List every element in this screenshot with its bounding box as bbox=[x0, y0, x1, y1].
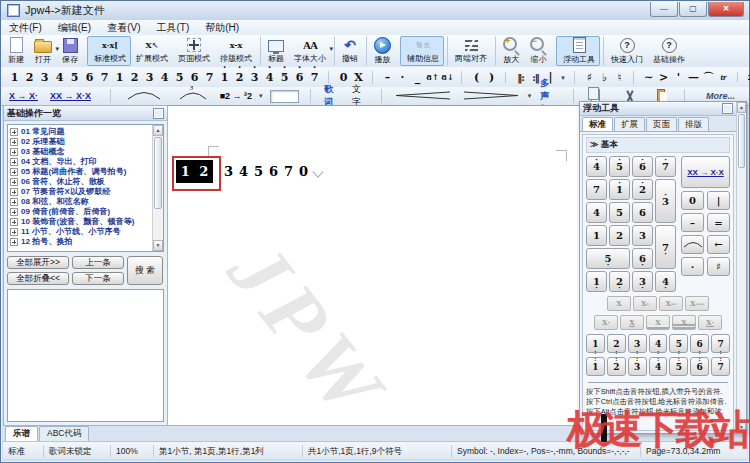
next-item-button[interactable]: 下一条 bbox=[72, 272, 124, 285]
maximize-button[interactable]: ▢ bbox=[679, 2, 707, 17]
note-key[interactable]: 2 bbox=[233, 71, 246, 84]
low-octave-key[interactable]: 3 bbox=[628, 334, 647, 353]
slur-button[interactable] bbox=[126, 91, 162, 102]
expand-plus-icon[interactable] bbox=[10, 138, 18, 146]
x-to-xdot-button[interactable]: X → X· bbox=[9, 91, 38, 101]
note-key[interactable]: 7 bbox=[308, 71, 321, 84]
note-key[interactable]: > bbox=[657, 71, 670, 84]
page-mode-button[interactable]: 页面模式 bbox=[173, 36, 215, 66]
note-key[interactable]: 7 bbox=[98, 71, 111, 84]
note-key[interactable]: 4 bbox=[586, 156, 607, 177]
note-key[interactable]: 7 bbox=[655, 225, 676, 269]
note-key[interactable]: ' bbox=[672, 71, 685, 84]
note-key[interactable]: 6 bbox=[293, 71, 306, 84]
menu-item[interactable]: 工具(T) bbox=[148, 21, 197, 35]
score-note[interactable]: 0 bbox=[296, 164, 311, 179]
note-key[interactable]: – bbox=[372, 71, 394, 84]
minimize-button[interactable]: — bbox=[650, 2, 678, 17]
open-button[interactable]: 打开 bbox=[29, 36, 57, 66]
expand-plus-icon[interactable] bbox=[10, 218, 18, 226]
low-octave-key[interactable]: 6 bbox=[690, 334, 709, 353]
score-note[interactable]: 6 bbox=[266, 164, 281, 179]
panel-tab[interactable]: 页面 bbox=[646, 117, 677, 131]
note-key[interactable]: 0 bbox=[328, 71, 350, 84]
note-key[interactable]: 5 bbox=[609, 202, 630, 223]
note-key[interactable]: 8↓ bbox=[441, 72, 454, 82]
menu-item[interactable]: 编辑(E) bbox=[50, 21, 99, 35]
double-dash-key[interactable]: = bbox=[707, 213, 730, 232]
value-formula-button[interactable]: ■2 → ²2 bbox=[220, 91, 252, 101]
scroll-thumb[interactable] bbox=[738, 114, 745, 168]
note-key[interactable]: 1 bbox=[218, 71, 231, 84]
play-button[interactable]: 播放 bbox=[366, 36, 396, 66]
note-key[interactable]: 6 bbox=[632, 156, 653, 177]
x-underline-key[interactable]: X bbox=[646, 315, 670, 330]
note-key[interactable]: 3 bbox=[655, 179, 676, 223]
font-size-button[interactable]: AA 字体大小 bbox=[289, 36, 331, 66]
search-button[interactable]: 搜 索 bbox=[127, 256, 163, 285]
chevron-down-icon[interactable]: ▾ bbox=[259, 92, 263, 100]
prev-item-button[interactable]: 上一条 bbox=[72, 256, 124, 269]
crescendo-button[interactable] bbox=[394, 91, 452, 102]
triplet-button[interactable]: 3 bbox=[178, 91, 208, 102]
note-key[interactable]: 4 bbox=[655, 271, 676, 292]
title-button[interactable]: 标题 bbox=[260, 36, 289, 66]
panel-tab[interactable]: 扩展 bbox=[614, 117, 645, 131]
expand-plus-icon[interactable] bbox=[10, 208, 18, 216]
menu-item[interactable]: 查看(V) bbox=[99, 21, 148, 35]
new-button[interactable]: 新建 bbox=[3, 36, 29, 66]
scroll-up-icon[interactable]: ▲ bbox=[737, 102, 746, 113]
standard-mode-button[interactable]: x·x[ 标准模式 bbox=[87, 36, 131, 66]
scroll-up-icon[interactable]: ▲ bbox=[153, 125, 163, 136]
x-underline-key[interactable]: X· bbox=[698, 315, 722, 330]
zoom-out-button[interactable]: 缩小 bbox=[525, 36, 552, 66]
backspace-key[interactable]: ← bbox=[707, 235, 730, 254]
note-key[interactable]: ( bbox=[461, 71, 483, 84]
note-key[interactable]: 2/4 bbox=[737, 72, 750, 82]
expand-plus-icon[interactable] bbox=[10, 188, 18, 196]
note-key[interactable]: 2 bbox=[128, 71, 141, 84]
note-key[interactable]: 2 bbox=[632, 179, 653, 200]
panel-scrollbar[interactable]: ▲ ▼ bbox=[736, 102, 746, 433]
quick-start-button[interactable]: 快速入门 bbox=[603, 36, 648, 66]
list-scrollbar[interactable]: ▲ ▼ bbox=[152, 125, 163, 251]
note-key[interactable]: 5 bbox=[278, 71, 291, 84]
low-octave-key[interactable]: 4 bbox=[649, 334, 668, 353]
more-button[interactable]: More... bbox=[706, 91, 735, 101]
high-octave-key[interactable]: 7 bbox=[711, 357, 730, 376]
note-key[interactable]: 3 bbox=[632, 225, 653, 246]
note-key[interactable]: tr bbox=[717, 72, 730, 82]
note-key[interactable]: ♮ bbox=[613, 71, 626, 84]
menu-item[interactable]: 文件(F) bbox=[1, 21, 50, 35]
rest-key[interactable]: 0 bbox=[681, 191, 704, 210]
barline-key[interactable]: | bbox=[707, 191, 730, 210]
note-key[interactable]: 1 bbox=[586, 271, 607, 292]
x-underline-key[interactable]: X bbox=[620, 315, 644, 330]
panel-close-button[interactable] bbox=[722, 103, 733, 114]
score-note[interactable]: 5 bbox=[251, 164, 266, 179]
panel-tab[interactable]: 排版 bbox=[678, 117, 709, 131]
note-key[interactable]: 8↑ bbox=[426, 72, 439, 82]
x-underline-key[interactable]: X· bbox=[594, 315, 618, 330]
expand-plus-icon[interactable] bbox=[10, 158, 18, 166]
note-key[interactable]: 5 bbox=[173, 71, 186, 84]
xx-to-xdotx-button[interactable]: XX → X·X bbox=[50, 91, 91, 101]
close-button[interactable]: ✕ bbox=[708, 2, 744, 17]
dot-key[interactable]: · bbox=[681, 257, 704, 276]
high-octave-key[interactable]: 4 bbox=[649, 357, 668, 376]
note-key[interactable]: ) bbox=[485, 71, 498, 84]
scroll-down-icon[interactable]: ▼ bbox=[153, 240, 163, 251]
note-key[interactable]: ‖: bbox=[505, 72, 527, 83]
expand-plus-icon[interactable] bbox=[10, 128, 18, 136]
slur-key[interactable] bbox=[681, 235, 704, 254]
score-note[interactable]: 4 bbox=[236, 164, 251, 179]
decrescendo-button[interactable] bbox=[462, 91, 520, 102]
low-octave-key[interactable]: 7 bbox=[711, 334, 730, 353]
chevron-down-icon[interactable]: ▾ bbox=[528, 92, 532, 100]
note-key[interactable]: ∼ bbox=[633, 71, 655, 84]
note-key[interactable]: 6 bbox=[632, 202, 653, 223]
expand-all-button[interactable]: 全部展开>> bbox=[7, 256, 69, 269]
note-key[interactable]: 1 bbox=[609, 179, 630, 200]
note-key[interactable]: 1 bbox=[8, 71, 21, 84]
topic-list-item[interactable]: 12 拍号、换拍 bbox=[10, 237, 151, 247]
